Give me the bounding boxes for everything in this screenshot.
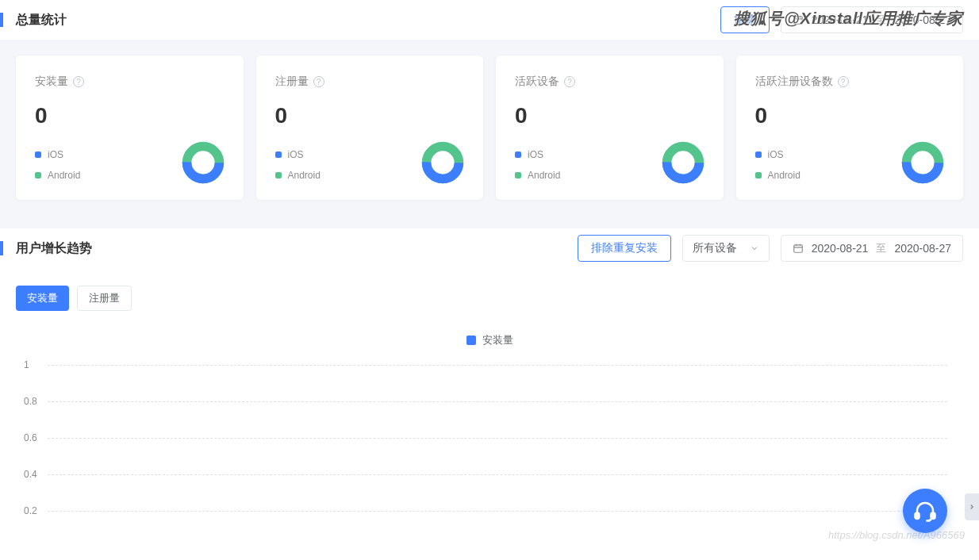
trend-date-range-picker[interactable]: 2020-08-21 至 2020-08-27 bbox=[781, 235, 963, 262]
legend-dot-icon bbox=[755, 172, 762, 178]
chevron-down-icon bbox=[750, 244, 759, 253]
stat-card: 安装量?0iOSAndroid bbox=[16, 56, 244, 200]
stat-card: 活跃注册设备数?0iOSAndroid bbox=[736, 56, 964, 200]
legend-label: iOS bbox=[768, 149, 784, 160]
trend-date-sep: 至 bbox=[876, 241, 886, 255]
legend-label: Android bbox=[768, 170, 800, 181]
stat-card: 活跃设备?0iOSAndroid bbox=[496, 56, 724, 200]
headset-icon bbox=[913, 499, 937, 523]
device-select-label: 所有设备 bbox=[693, 241, 737, 255]
card-title-row: 安装量? bbox=[35, 75, 225, 89]
tab-active[interactable]: 安装量 bbox=[16, 286, 69, 311]
svg-rect-10 bbox=[916, 513, 919, 520]
legend-dot-icon bbox=[275, 172, 282, 178]
support-float-button[interactable] bbox=[903, 489, 947, 533]
card-title: 注册量 bbox=[275, 75, 309, 89]
y-tick-label: 0.8 bbox=[24, 396, 37, 407]
legend-dot-icon bbox=[35, 152, 41, 158]
chart-legend-dot-icon bbox=[466, 336, 476, 345]
legend-dot-icon bbox=[35, 172, 41, 178]
grid-line bbox=[48, 438, 947, 439]
grid-line bbox=[48, 474, 947, 475]
help-icon[interactable]: ? bbox=[564, 76, 575, 87]
overlay-watermark: 搜狐号@Xinstall应用推广专家 bbox=[734, 8, 963, 29]
calendar-icon bbox=[793, 243, 804, 254]
card-value: 0 bbox=[755, 103, 945, 128]
total-stats-title: 总量统计 bbox=[16, 12, 67, 29]
legend-label: Android bbox=[288, 170, 321, 181]
chart-area: 安装量 10.80.60.40.2 bbox=[0, 319, 979, 560]
tab-inactive[interactable]: 注册量 bbox=[77, 286, 132, 311]
svg-rect-11 bbox=[931, 513, 935, 520]
card-title-row: 活跃注册设备数? bbox=[755, 75, 945, 89]
side-expand-handle[interactable] bbox=[965, 493, 979, 520]
metric-tabs: 安装量注册量 bbox=[0, 268, 979, 319]
growth-trend-title: 用户增长趋势 bbox=[16, 240, 92, 257]
card-value: 0 bbox=[275, 103, 465, 128]
legend-label: iOS bbox=[528, 149, 543, 160]
donut-chart-icon bbox=[182, 141, 225, 184]
chart-legend: 安装量 bbox=[16, 327, 963, 365]
help-icon[interactable]: ? bbox=[73, 76, 84, 87]
donut-chart-icon bbox=[662, 141, 704, 184]
legend-label: iOS bbox=[48, 149, 63, 160]
help-icon[interactable]: ? bbox=[313, 76, 324, 87]
legend-dot-icon bbox=[515, 172, 521, 178]
section-title-wrap: 总量统计 bbox=[0, 12, 67, 29]
section-bar-icon bbox=[0, 241, 3, 255]
growth-trend-section: 用户增长趋势 排除重复安装 所有设备 2020-08-21 至 2020-08-… bbox=[0, 228, 979, 560]
section-gap bbox=[0, 216, 979, 228]
legend-label: Android bbox=[48, 170, 80, 181]
card-title: 活跃设备 bbox=[515, 75, 559, 89]
donut-chart-icon bbox=[421, 141, 464, 184]
help-icon[interactable]: ? bbox=[838, 76, 849, 87]
trend-date-end: 2020-08-27 bbox=[894, 242, 951, 255]
exclude-duplicate-button[interactable]: 排除重复安装 bbox=[578, 235, 671, 262]
chart-legend-label: 安装量 bbox=[482, 333, 513, 347]
legend-dot-icon bbox=[275, 152, 282, 158]
stat-cards-row: 安装量?0iOSAndroid注册量?0iOSAndroid活跃设备?0iOSA… bbox=[0, 40, 979, 216]
y-tick-label: 0.6 bbox=[24, 432, 37, 443]
section-bar-icon bbox=[0, 13, 3, 27]
device-select[interactable]: 所有设备 bbox=[682, 235, 770, 262]
legend-label: iOS bbox=[288, 149, 304, 160]
grid-line bbox=[48, 511, 947, 512]
legend-dot-icon bbox=[515, 152, 521, 158]
grid-line bbox=[48, 365, 947, 366]
exclude-duplicate-label: 排除重复安装 bbox=[591, 241, 658, 255]
y-tick-label: 0.2 bbox=[24, 505, 37, 516]
bottom-watermark: https://blog.csdn.net/A966569 bbox=[828, 529, 965, 541]
card-title-row: 活跃设备? bbox=[515, 75, 704, 89]
card-title: 安装量 bbox=[35, 75, 68, 89]
legend-dot-icon bbox=[755, 152, 762, 158]
section-title-wrap: 用户增长趋势 bbox=[0, 240, 92, 257]
card-value: 0 bbox=[35, 103, 225, 128]
donut-chart-icon bbox=[901, 141, 944, 184]
card-title: 活跃注册设备数 bbox=[755, 75, 833, 89]
chevron-right-icon bbox=[968, 501, 976, 512]
y-tick-label: 0.4 bbox=[24, 469, 37, 480]
legend-label: Android bbox=[528, 170, 560, 181]
growth-trend-actions: 排除重复安装 所有设备 2020-08-21 至 2020-08-27 bbox=[578, 235, 963, 262]
chart-plot: 10.80.60.40.2 bbox=[48, 365, 947, 547]
trend-date-start: 2020-08-21 bbox=[812, 242, 869, 255]
stat-card: 注册量?0iOSAndroid bbox=[256, 56, 484, 200]
growth-trend-header: 用户增长趋势 排除重复安装 所有设备 2020-08-21 至 2020-08-… bbox=[0, 228, 979, 268]
card-title-row: 注册量? bbox=[275, 75, 465, 89]
y-tick-label: 1 bbox=[24, 359, 29, 370]
svg-rect-9 bbox=[794, 245, 803, 252]
grid-line bbox=[48, 401, 947, 402]
card-value: 0 bbox=[515, 103, 704, 128]
